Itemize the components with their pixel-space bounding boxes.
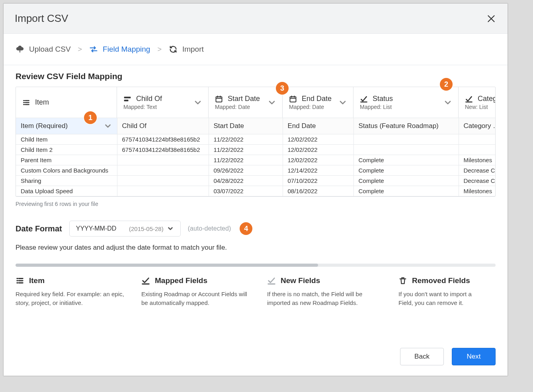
cell-item: Sharing <box>16 176 117 186</box>
map-card-start-date[interactable]: Start Date Mapped: Date <box>209 87 283 118</box>
calendar-icon <box>215 95 223 103</box>
cell-status <box>353 134 459 145</box>
date-format-label: Date Format <box>16 224 62 233</box>
legend-description: Existing Roadmap or Account Fields will … <box>141 290 253 307</box>
cell-start: 03/07/2022 <box>209 186 283 196</box>
upload-icon <box>16 45 24 54</box>
date-format-value: YYYY-MM-DD <box>76 225 117 232</box>
close-button[interactable] <box>486 14 496 24</box>
legend-description: Required key field. For example: an epic… <box>16 290 127 307</box>
cell-item: Parent Item <box>16 155 117 165</box>
svg-rect-3 <box>290 97 296 102</box>
modal-header: Import CSV <box>4 4 508 34</box>
cell-item: Custom Colors and Backgrounds <box>16 165 117 176</box>
cell-category <box>459 134 496 145</box>
map-card-sublabel: Mapped: List <box>360 104 440 110</box>
map-card-sublabel: Mapped: Text <box>123 104 190 110</box>
legend-removed: Removed Fields If you don't want to impo… <box>398 276 496 307</box>
chevron-down-icon <box>443 98 453 107</box>
table-row: Custom Colors and Backgrounds09/26/20221… <box>16 165 496 176</box>
cell-status: Complete <box>353 186 459 196</box>
cell-start: 04/28/2022 <box>209 176 283 186</box>
legend-description: If you don't want to import a Field, you… <box>398 290 484 307</box>
cell-start: 11/22/2022 <box>209 145 283 155</box>
cell-child_of: 6757410341224bf38e8165b2 <box>117 145 209 155</box>
refresh-icon <box>169 45 178 54</box>
legend-title: Mapped Fields <box>155 276 207 285</box>
cell-category: Decrease Churn <box>459 165 496 176</box>
annotation-bubble-1: 1 <box>84 111 97 124</box>
cell-end: 12/02/2022 <box>283 145 353 155</box>
chevron-down-icon <box>267 98 277 107</box>
cell-child_of <box>117 165 209 176</box>
check-underline-icon <box>141 276 150 285</box>
legend-title: Removed Fields <box>412 276 470 285</box>
divider-bar <box>16 264 496 267</box>
table-row: Sharing04/28/202207/10/2022CompleteDecre… <box>16 176 496 186</box>
legend-title: New Fields <box>281 276 320 285</box>
map-card-sublabel: Mapped: Date <box>289 104 335 110</box>
map-card-child-of[interactable]: Child Of Mapped: Text <box>117 87 209 118</box>
trash-icon <box>398 276 407 285</box>
column-header-status: Status (Feature Roadmap) <box>353 118 459 134</box>
step-field-mapping[interactable]: Field Mapping <box>89 45 150 54</box>
cell-child_of <box>117 186 209 196</box>
table-row: Child Item6757410341224bf38e8165b211/22/… <box>16 134 496 145</box>
check-underline-icon <box>465 95 473 103</box>
modal-footer: Back Next <box>4 340 508 376</box>
cell-start: 11/22/2022 <box>209 134 283 145</box>
map-card-label: Start Date <box>228 95 260 103</box>
chevron-down-icon <box>338 98 348 107</box>
step-import[interactable]: Import <box>169 45 204 54</box>
cell-start: 11/22/2022 <box>209 155 283 165</box>
annotation-bubble-2: 2 <box>440 78 453 91</box>
map-card-label: End Date <box>302 95 332 103</box>
cell-status: Complete <box>353 155 459 165</box>
svg-rect-2 <box>216 97 222 102</box>
map-card-label: Status <box>373 95 393 103</box>
cell-end: 12/02/2022 <box>283 155 353 165</box>
preview-note: Previewing first 6 rows in your file <box>16 201 496 207</box>
column-header-child-of: Child Of <box>117 118 209 134</box>
date-format-select[interactable]: YYYY-MM-DD (2015-05-28) <box>69 221 181 237</box>
back-button[interactable]: Back <box>400 348 444 365</box>
table-row: Child Item 26757410341224bf38e8165b211/2… <box>16 145 496 155</box>
date-format-note: Please review your dates and adjust the … <box>16 244 496 252</box>
list-icon <box>16 276 24 285</box>
map-card-category[interactable]: Category New: List <box>459 87 496 118</box>
date-format-example: (2015-05-28) <box>129 225 164 232</box>
modal-body: Review CSV Field Mapping Item <box>4 65 508 376</box>
mapping-icon <box>89 45 98 54</box>
annotation-bubble-3: 3 <box>276 82 289 95</box>
legend-description: If there is no match, the Field will be … <box>267 290 379 307</box>
modal-title: Import CSV <box>15 12 68 25</box>
table-row: Parent Item11/22/202212/02/2022CompleteM… <box>16 155 496 165</box>
cell-item: Child Item <box>16 134 117 145</box>
chevron-down-icon <box>103 122 112 130</box>
svg-rect-1 <box>124 99 129 101</box>
cell-child_of <box>117 176 209 186</box>
auto-detected-label: (auto-detected) <box>188 225 231 232</box>
divider-bar-fill <box>16 264 318 267</box>
import-csv-modal: Import CSV Upload CSV > Field Mapping > <box>3 3 508 376</box>
cell-item: Child Item 2 <box>16 145 117 155</box>
chevron-down-icon <box>193 98 203 107</box>
map-card-label: Item <box>35 98 49 107</box>
list-icon <box>22 99 30 107</box>
calendar-icon <box>289 95 297 103</box>
cell-start: 09/26/2022 <box>209 165 283 176</box>
map-card-sublabel: Mapped: Date <box>215 104 264 110</box>
cell-end: 12/14/2022 <box>283 165 353 176</box>
map-card-status[interactable]: Status Mapped: List <box>353 87 459 118</box>
map-card-end-date[interactable]: End Date Mapped: Date <box>283 87 353 118</box>
check-underline-icon <box>360 95 368 103</box>
step-upload-csv[interactable]: Upload CSV <box>16 45 71 54</box>
cell-category: Milestones <box>459 186 496 196</box>
map-card-label: Category <box>478 95 496 103</box>
next-button[interactable]: Next <box>452 348 496 365</box>
column-header-item[interactable]: Item (Required) <box>16 118 117 134</box>
cell-item: Data Upload Speed <box>16 186 117 196</box>
step-label: Import <box>182 45 204 54</box>
column-header-category: Category (Feature Roadmap) <box>459 118 496 134</box>
text-field-icon <box>123 95 131 103</box>
